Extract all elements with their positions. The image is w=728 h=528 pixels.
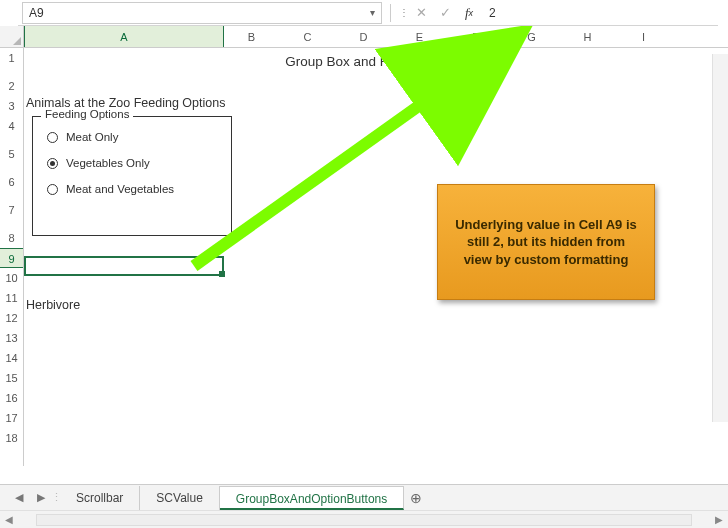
sheet-tab-scrollbar[interactable]: Scrollbar — [60, 486, 140, 510]
column-header[interactable]: I — [616, 26, 672, 47]
grid-wrap: A B C D E F G H I Group Box and Radio Bu… — [24, 26, 728, 466]
name-box-dropdown-icon[interactable]: ▾ — [363, 7, 381, 18]
sheet-tab-bar: ◀ ▶ ⋮ Scrollbar SCValue GroupBoxAndOptio… — [0, 484, 728, 510]
insert-function-icon[interactable]: fx — [459, 3, 479, 23]
row-header[interactable]: 12 — [0, 308, 23, 328]
row-header[interactable]: 5 — [0, 144, 23, 172]
sheet-area: 1 2 3 4 5 6 7 8 9 10 11 12 13 14 15 16 1… — [0, 26, 728, 466]
row-header[interactable]: 8 — [0, 228, 23, 248]
formula-bar: A9 ▾ ⋮ ✕ ✓ fx 2 — [18, 0, 718, 26]
column-header[interactable]: E — [392, 26, 448, 47]
option-label: Meat and Vegetables — [66, 183, 174, 195]
column-header-selected[interactable]: A — [24, 26, 224, 47]
accept-formula-icon[interactable]: ✓ — [435, 3, 455, 23]
option-vegetables-only[interactable]: Vegetables Only — [47, 157, 231, 169]
column-header[interactable]: C — [280, 26, 336, 47]
formula-input[interactable]: 2 — [483, 6, 714, 20]
column-header[interactable]: F — [448, 26, 504, 47]
row-header[interactable]: 7 — [0, 200, 23, 228]
column-header[interactable]: H — [560, 26, 616, 47]
cell-grid[interactable]: Group Box and Radio Buttons Animals at t… — [24, 48, 728, 466]
group-box-legend: Feeding Options — [41, 108, 133, 120]
column-header[interactable]: B — [224, 26, 280, 47]
radio-icon — [47, 132, 58, 143]
row-headers: 1 2 3 4 5 6 7 8 9 10 11 12 13 14 15 16 1… — [0, 26, 24, 466]
row-header[interactable]: 2 — [0, 76, 23, 96]
scroll-left-icon[interactable]: ◀ — [0, 514, 18, 525]
row-header[interactable]: 6 — [0, 172, 23, 200]
cancel-formula-icon[interactable]: ✕ — [411, 3, 431, 23]
row-header[interactable]: 16 — [0, 388, 23, 408]
scroll-right-icon[interactable]: ▶ — [710, 514, 728, 525]
row-header[interactable]: 4 — [0, 116, 23, 144]
row-header[interactable]: 13 — [0, 328, 23, 348]
row-header[interactable]: 1 — [0, 48, 23, 76]
option-label: Meat Only — [66, 131, 118, 143]
column-headers: A B C D E F G H I — [24, 26, 728, 48]
radio-icon — [47, 184, 58, 195]
row-header-selected[interactable]: 9 — [0, 248, 23, 268]
row-header[interactable]: 11 — [0, 288, 23, 308]
option-meat-and-vegetables[interactable]: Meat and Vegetables — [47, 183, 231, 195]
scroll-track[interactable] — [36, 514, 692, 526]
merged-title-cell[interactable]: Group Box and Radio Buttons — [24, 48, 726, 76]
tab-nav-separator: ⋮ — [52, 487, 60, 509]
vertical-dots-icon: ⋮ — [399, 7, 407, 18]
sheet-tab-scvalue[interactable]: SCValue — [140, 486, 219, 510]
horizontal-scrollbar[interactable]: ◀ ▶ — [0, 510, 728, 528]
name-box[interactable]: A9 ▾ — [22, 2, 382, 24]
feeding-options-group-box: Feeding Options Meat Only Vegetables Onl… — [32, 116, 232, 236]
column-header[interactable]: D — [336, 26, 392, 47]
fill-handle[interactable] — [219, 271, 225, 277]
tab-nav-prev-icon[interactable]: ◀ — [8, 487, 30, 509]
sheet-tab-groupbox[interactable]: GroupBoxAndOptionButtons — [220, 486, 404, 510]
row-header[interactable]: 17 — [0, 408, 23, 428]
row-header[interactable]: 15 — [0, 368, 23, 388]
selected-cell-outline[interactable] — [24, 256, 224, 276]
new-sheet-icon[interactable]: ⊕ — [404, 490, 428, 506]
radio-icon-checked — [47, 158, 58, 169]
row-header[interactable]: 14 — [0, 348, 23, 368]
row-header[interactable]: 3 — [0, 96, 23, 116]
callout-text: Underlying value in Cell A9 is still 2, … — [452, 216, 640, 269]
tab-nav-next-icon[interactable]: ▶ — [30, 487, 52, 509]
annotation-callout: Underlying value in Cell A9 is still 2, … — [437, 184, 655, 300]
option-meat-only[interactable]: Meat Only — [47, 131, 231, 143]
select-all-corner[interactable] — [0, 26, 23, 48]
vertical-scrollbar[interactable] — [712, 54, 728, 422]
row-header[interactable]: 18 — [0, 428, 23, 448]
column-header[interactable]: G — [504, 26, 560, 47]
cell-a11[interactable]: Herbivore — [26, 298, 80, 312]
row-header[interactable]: 10 — [0, 268, 23, 288]
divider — [390, 4, 391, 22]
option-label: Vegetables Only — [66, 157, 150, 169]
name-box-value: A9 — [23, 6, 363, 20]
